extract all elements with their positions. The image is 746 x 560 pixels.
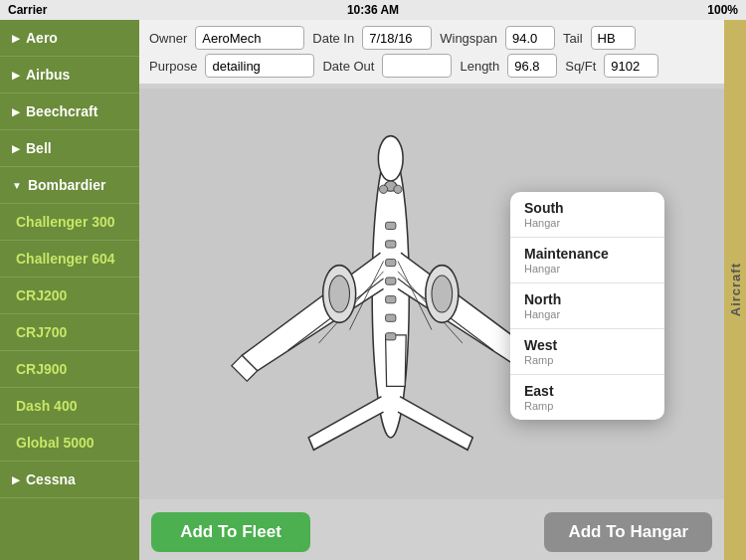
form-header: Owner Date In Wingspan Tail Purpose Date… <box>139 20 724 84</box>
sqft-label: Sq/Ft <box>565 59 596 74</box>
svg-rect-17 <box>386 241 396 248</box>
sidebar-item-crj200[interactable]: CRJ200 <box>0 278 139 314</box>
purpose-input[interactable] <box>205 54 314 78</box>
battery-label: 100% <box>707 3 738 17</box>
svg-rect-19 <box>386 278 396 284</box>
svg-point-10 <box>329 276 350 312</box>
date-out-label: Date Out <box>322 59 374 74</box>
owner-input[interactable] <box>195 26 304 50</box>
wingspan-label: Wingspan <box>440 31 497 46</box>
chevron-right-icon: ▶ <box>12 70 20 81</box>
sidebar-group-label: Beechcraft <box>26 103 97 119</box>
svg-rect-21 <box>386 314 396 321</box>
sidebar-group-label: Airbus <box>26 67 70 83</box>
sidebar-group-bell[interactable]: ▶Bell <box>0 130 139 167</box>
sidebar-group-label: Bombardier <box>28 177 106 193</box>
dropdown-item-title: South <box>524 199 651 215</box>
hangar-dropdown[interactable]: SouthHangarMaintenanceHangarNorthHangarW… <box>510 191 664 419</box>
sidebar-group-cessna[interactable]: ▶Cessna <box>0 462 139 498</box>
chevron-right-icon: ▶ <box>12 106 20 117</box>
dropdown-item-maintenance[interactable]: MaintenanceHangar <box>510 237 664 282</box>
length-input[interactable] <box>507 54 557 78</box>
content-area: Owner Date In Wingspan Tail Purpose Date… <box>139 20 724 560</box>
svg-rect-22 <box>386 333 396 340</box>
dropdown-item-subtitle: Hangar <box>524 262 651 274</box>
chevron-down-icon: ▼ <box>12 180 22 191</box>
sidebar-group-label: Cessna <box>26 471 76 487</box>
dropdown-item-title: North <box>524 290 651 306</box>
dropdown-item-subtitle: Ramp <box>524 399 651 411</box>
svg-point-14 <box>379 185 387 193</box>
dropdown-item-title: Maintenance <box>524 245 651 261</box>
sqft-input[interactable] <box>604 54 658 78</box>
sidebar-item-dash-400[interactable]: Dash 400 <box>0 388 139 425</box>
sidebar-item-crj900[interactable]: CRJ900 <box>0 351 139 388</box>
dropdown-item-west[interactable]: WestRamp <box>510 328 664 374</box>
dropdown-item-title: East <box>524 382 651 398</box>
dropdown-item-title: West <box>524 336 651 352</box>
sidebar-item-challenger-604[interactable]: Challenger 604 <box>0 241 139 278</box>
date-in-label: Date In <box>312 31 354 46</box>
chevron-right-icon: ▶ <box>12 143 20 154</box>
dropdown-item-subtitle: Ramp <box>524 353 651 365</box>
right-tab-label: Aircraft <box>728 263 743 316</box>
chevron-right-icon: ▶ <box>12 474 20 485</box>
form-row-2: Purpose Date Out Length Sq/Ft <box>149 54 714 78</box>
svg-rect-16 <box>386 222 396 229</box>
svg-point-15 <box>394 185 402 193</box>
purpose-label: Purpose <box>149 59 197 74</box>
svg-rect-18 <box>386 259 396 266</box>
form-row-1: Owner Date In Wingspan Tail <box>149 26 714 50</box>
date-out-input[interactable] <box>382 54 452 78</box>
sidebar-group-aero[interactable]: ▶Aero <box>0 20 139 57</box>
tail-label: Tail <box>563 31 583 46</box>
wingspan-input[interactable] <box>505 26 555 50</box>
svg-rect-20 <box>386 296 396 303</box>
dropdown-item-subtitle: Hangar <box>524 307 651 319</box>
sidebar-item-challenger-300[interactable]: Challenger 300 <box>0 204 139 241</box>
diagram-area: SouthHangarMaintenanceHangarNorthHangarW… <box>139 84 724 504</box>
carrier-label: Carrier <box>8 3 47 17</box>
add-to-fleet-button[interactable]: Add To Fleet <box>151 512 310 552</box>
sidebar-group-label: Aero <box>26 30 58 46</box>
sidebar-item-crj700[interactable]: CRJ700 <box>0 314 139 351</box>
chevron-right-icon: ▶ <box>12 33 20 44</box>
dropdown-item-south[interactable]: SouthHangar <box>510 191 664 237</box>
svg-point-2 <box>378 136 403 181</box>
right-tab[interactable]: Aircraft <box>724 20 746 560</box>
bottom-buttons: Add To Fleet Add To Hangar <box>139 504 724 560</box>
tail-input[interactable] <box>591 26 636 50</box>
sidebar-item-global-5000[interactable]: Global 5000 <box>0 425 139 462</box>
dropdown-item-east[interactable]: EastRamp <box>510 374 664 419</box>
sidebar-group-beechcraft[interactable]: ▶Beechcraft <box>0 93 139 130</box>
svg-point-1 <box>372 150 409 438</box>
owner-label: Owner <box>149 31 187 46</box>
date-in-input[interactable] <box>362 26 432 50</box>
sidebar-group-label: Bell <box>26 140 52 156</box>
sidebar: ▶Aero▶Airbus▶Beechcraft▶Bell▼BombardierC… <box>0 20 139 560</box>
dropdown-item-north[interactable]: NorthHangar <box>510 282 664 328</box>
status-bar: Carrier 10:36 AM 100% <box>0 0 746 20</box>
time-label: 10:36 AM <box>347 3 399 17</box>
dropdown-item-subtitle: Hangar <box>524 216 651 228</box>
svg-point-12 <box>432 276 453 312</box>
sidebar-group-bombardier[interactable]: ▼Bombardier <box>0 167 139 204</box>
add-to-hangar-button[interactable]: Add To Hangar <box>544 512 712 552</box>
length-label: Length <box>460 59 499 74</box>
sidebar-group-airbus[interactable]: ▶Airbus <box>0 57 139 93</box>
